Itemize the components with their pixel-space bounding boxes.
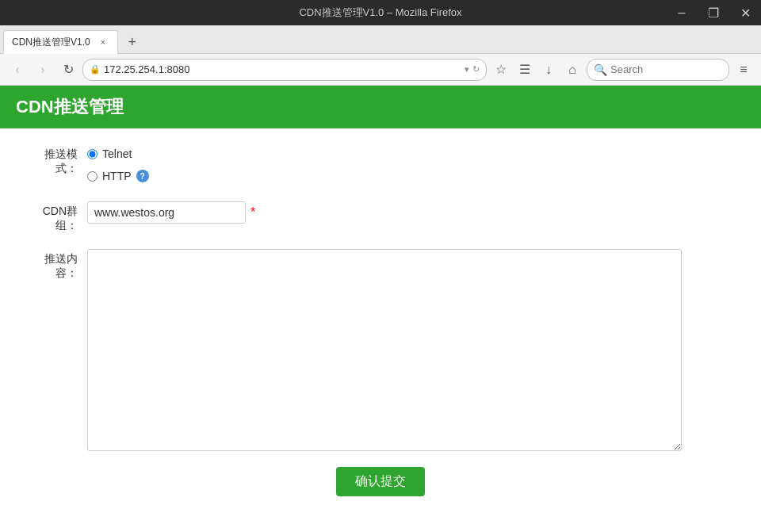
restore-button[interactable]: ❐ — [698, 0, 729, 25]
form-area: 推送模式： Telnet HTTP ? CDN群组： * — [0, 128, 761, 512]
tabbar: CDN推送管理V1.0 × + — [0, 25, 761, 54]
address-refresh-icon[interactable]: ↻ — [472, 64, 480, 75]
submit-row: 确认提交 — [24, 467, 737, 496]
http-radio[interactable] — [87, 171, 98, 182]
home-button[interactable]: ⌂ — [561, 59, 583, 81]
navbar: ‹ › ↻ 🔒 ▾ ↻ ☆ ☰ ↓ ⌂ 🔍 ≡ — [0, 54, 761, 86]
close-button[interactable]: ✕ — [729, 0, 761, 25]
search-input[interactable] — [610, 63, 721, 75]
window-title: CDN推送管理V1.0 – Mozilla Firefox — [299, 6, 461, 20]
menu-button[interactable]: ≡ — [732, 59, 755, 81]
http-option-row: HTTP ? — [87, 166, 737, 186]
telnet-option-row: Telnet — [87, 144, 737, 163]
page-title: CDN推送管理 — [16, 95, 124, 119]
tab-label: CDN推送管理V1.0 — [12, 36, 90, 49]
page-header: CDN推送管理 — [0, 86, 761, 128]
submit-button[interactable]: 确认提交 — [336, 467, 425, 496]
cdn-group-input-row: * — [87, 201, 255, 224]
page-content: CDN推送管理 推送模式： Telnet HTTP ? CDN群组： — [0, 86, 761, 532]
http-label: HTTP — [102, 170, 132, 182]
mode-label: 推送模式： — [24, 144, 87, 176]
mode-controls: Telnet HTTP ? — [87, 144, 737, 186]
cdn-group-label: CDN群组： — [24, 201, 87, 233]
new-tab-button[interactable]: + — [121, 31, 143, 53]
cdn-group-input[interactable] — [87, 201, 246, 224]
titlebar: CDN推送管理V1.0 – Mozilla Firefox – ❐ ✕ — [0, 0, 761, 25]
content-textarea[interactable] — [87, 249, 682, 451]
refresh-button[interactable]: ↻ — [57, 59, 79, 81]
forward-button[interactable]: › — [32, 59, 54, 81]
search-box[interactable]: 🔍 — [587, 59, 729, 81]
back-button[interactable]: ‹ — [6, 59, 29, 81]
reader-button[interactable]: ☰ — [514, 59, 536, 81]
download-button[interactable]: ↓ — [537, 59, 560, 81]
cdn-group-row: CDN群组： * — [24, 201, 737, 233]
address-dropdown-icon[interactable]: ▾ — [465, 64, 469, 75]
tab-close-button[interactable]: × — [97, 36, 109, 48]
help-icon[interactable]: ? — [136, 170, 149, 182]
address-bar[interactable]: 🔒 ▾ ↻ — [82, 59, 487, 81]
window-controls: – ❐ ✕ — [666, 0, 761, 25]
content-row: 推送内容： — [24, 249, 737, 451]
lock-icon: 🔒 — [90, 64, 101, 75]
search-icon: 🔍 — [594, 63, 607, 76]
toolbar-icons: ☆ ☰ ↓ ⌂ — [490, 59, 583, 81]
minimize-button[interactable]: – — [666, 0, 698, 25]
address-input[interactable] — [104, 63, 461, 75]
telnet-label: Telnet — [102, 147, 132, 160]
required-mark: * — [250, 205, 255, 220]
mode-row: 推送模式： Telnet HTTP ? — [24, 144, 737, 186]
telnet-radio[interactable] — [87, 149, 98, 159]
content-label: 推送内容： — [24, 249, 87, 281]
active-tab[interactable]: CDN推送管理V1.0 × — [3, 30, 118, 54]
bookmark-button[interactable]: ☆ — [490, 59, 512, 81]
